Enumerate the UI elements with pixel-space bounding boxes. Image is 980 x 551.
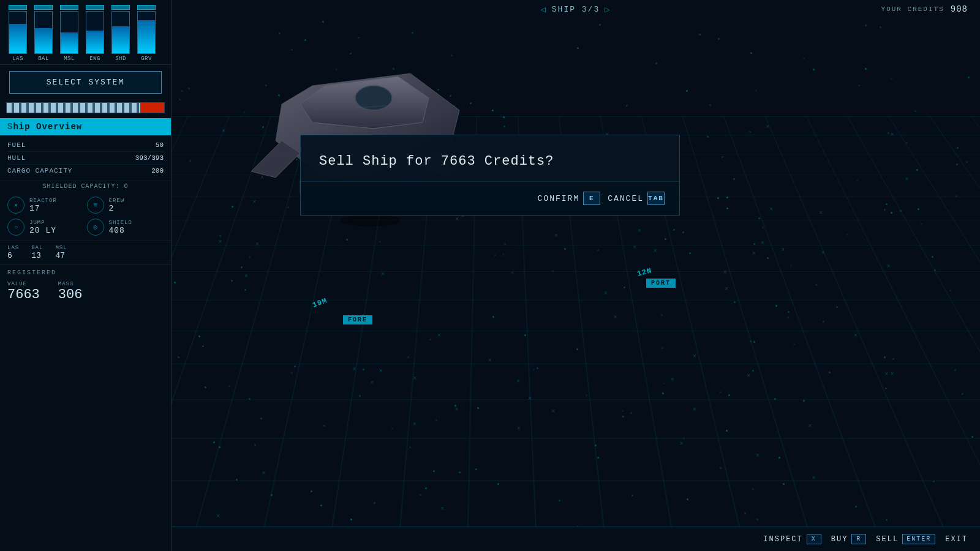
prev-ship-arrow[interactable]: ◁ xyxy=(540,4,546,15)
port-label: PORT xyxy=(646,279,676,288)
grid-dot xyxy=(829,372,831,373)
grid-dot xyxy=(720,391,722,393)
reactor-icon xyxy=(7,197,24,214)
tab-prefix: S xyxy=(7,122,13,132)
grid-dot xyxy=(775,305,777,307)
grid-dot xyxy=(597,457,599,459)
buy-action[interactable]: BUY R xyxy=(831,534,867,544)
grid-x-marker: × xyxy=(854,332,858,339)
grid-dot xyxy=(750,340,752,342)
grid-dot xyxy=(447,100,448,102)
grid-dot xyxy=(662,392,664,394)
grid-dot xyxy=(662,347,663,349)
grid-dot xyxy=(219,235,221,237)
grid-x-marker: × xyxy=(905,176,908,183)
grid-dot xyxy=(586,394,587,396)
sell-action[interactable]: SELL ENTER xyxy=(876,534,935,544)
grid-dot xyxy=(249,256,251,258)
grid-dot xyxy=(718,38,720,40)
grid-dot xyxy=(813,69,815,70)
grid-dot xyxy=(934,269,936,271)
left-panel: LAS BAL MSL ENG xyxy=(0,0,172,551)
grid-dot xyxy=(346,239,348,241)
grid-dot xyxy=(793,343,795,345)
grid-dot xyxy=(966,161,968,163)
grid-dot xyxy=(686,90,688,92)
grid-dot xyxy=(244,289,246,291)
grid-dot xyxy=(707,136,709,138)
grid-x-marker: × xyxy=(252,199,256,206)
grid-dot xyxy=(393,126,394,127)
grid-dot xyxy=(492,110,494,111)
weapon-slot-eng: ENG xyxy=(83,5,107,62)
grid-dot xyxy=(753,243,755,245)
grid-dot xyxy=(956,163,958,165)
grid-x-marker: × xyxy=(379,368,383,375)
grid-x-marker: × xyxy=(821,250,825,257)
grid-dot xyxy=(803,58,805,59)
grid-dot xyxy=(358,37,360,39)
grid-dot xyxy=(595,444,597,446)
ship-overview-tab[interactable]: Ship Overview xyxy=(0,118,171,135)
grid-dot xyxy=(971,436,973,438)
grid-dot xyxy=(752,370,754,372)
grid-dot xyxy=(503,126,505,127)
grid-dot xyxy=(949,290,951,291)
grid-dot xyxy=(260,418,262,419)
grid-dot xyxy=(188,88,190,89)
grid-dot xyxy=(433,470,435,472)
grid-dot xyxy=(393,68,394,70)
grid-dot xyxy=(454,405,456,407)
grid-dot xyxy=(956,195,957,197)
grid-dot xyxy=(836,306,838,308)
grid-dot xyxy=(823,321,824,323)
grid-x-marker: × xyxy=(680,441,684,448)
shielded-capacity: SHIELDED CAPACITY: 0 xyxy=(0,181,171,192)
select-system-button[interactable]: SELECT SYSTEM xyxy=(9,71,162,94)
grid-dot xyxy=(803,400,805,402)
grid-dot xyxy=(262,126,264,128)
grid-dot xyxy=(726,197,728,198)
grid-dot xyxy=(856,179,858,181)
cancel-button[interactable]: CANCEL TAB xyxy=(608,192,665,205)
next-ship-arrow[interactable]: ▷ xyxy=(605,4,611,15)
grid-dot xyxy=(287,206,289,208)
sys-jump: JUMP 20 LY xyxy=(7,219,85,236)
grid-dot xyxy=(453,105,455,107)
grid-dot xyxy=(294,365,296,367)
grid-dot xyxy=(244,111,246,113)
grid-dot xyxy=(630,412,632,414)
grid-dot xyxy=(437,89,439,91)
grid-dot xyxy=(278,94,280,96)
grid-dot xyxy=(968,77,970,78)
health-bar-fill xyxy=(7,103,140,113)
grid-dot xyxy=(511,272,513,274)
grid-x-marker: × xyxy=(782,247,785,253)
confirm-button[interactable]: CONFIRM E xyxy=(538,192,601,205)
grid-dot xyxy=(291,372,293,374)
grid-x-marker: × xyxy=(890,132,894,138)
grid-dot xyxy=(752,488,754,490)
grid-x-marker: × xyxy=(890,371,894,378)
weap-msl: MSL 47 xyxy=(55,245,67,260)
grid-dot xyxy=(533,369,535,370)
grid-dot xyxy=(231,280,233,282)
grid-dot xyxy=(682,231,684,233)
grid-dot xyxy=(504,243,506,245)
grid-dot xyxy=(279,32,281,34)
grid-x-marker: × xyxy=(812,475,815,482)
inspect-action[interactable]: INSPECT X xyxy=(763,534,821,544)
grid-dot xyxy=(412,32,413,34)
grid-dot xyxy=(265,84,267,86)
grid-dot xyxy=(622,410,624,412)
exit-action[interactable]: EXIT xyxy=(945,535,968,544)
grid-dot xyxy=(228,385,230,387)
grid-dot xyxy=(728,394,730,396)
grid-x-marker: × xyxy=(255,241,259,248)
weapon-slot-bal: BAL xyxy=(32,5,55,62)
grid-dot xyxy=(537,367,538,369)
grid-dot xyxy=(699,34,701,36)
ship-counter: ◁ SHIP 3/3 ▷ xyxy=(540,4,611,15)
grid-dot xyxy=(884,209,886,211)
grid-dot xyxy=(687,498,688,500)
